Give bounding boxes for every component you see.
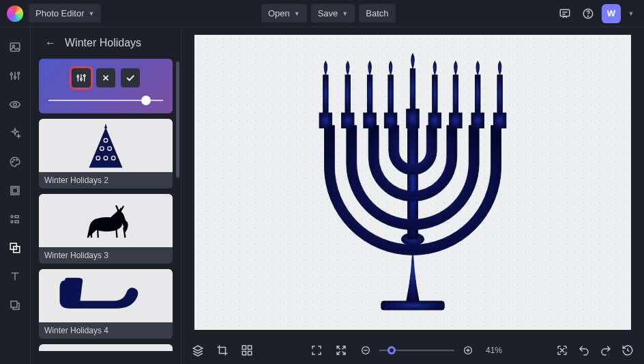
svg-point-22 — [80, 79, 83, 81]
svg-rect-45 — [323, 74, 328, 113]
svg-rect-20 — [11, 301, 17, 307]
svg-rect-41 — [428, 113, 441, 128]
svg-rect-15 — [15, 216, 18, 218]
svg-rect-46 — [345, 74, 350, 113]
scrollbar[interactable] — [176, 61, 179, 178]
active-preset-editor — [39, 59, 173, 113]
app-menu-dropdown[interactable]: Photo Editor ▼ — [29, 4, 101, 23]
svg-point-14 — [11, 216, 13, 218]
save-button[interactable]: Save ▼ — [311, 4, 355, 23]
menorah-artwork — [287, 49, 539, 316]
svg-rect-37 — [341, 113, 353, 128]
elements-icon[interactable] — [5, 209, 25, 229]
slider-thumb[interactable] — [141, 96, 151, 105]
svg-rect-56 — [242, 352, 246, 355]
svg-point-7 — [18, 72, 20, 74]
svg-rect-39 — [384, 113, 397, 128]
svg-point-21 — [77, 76, 79, 78]
preset-thumbnail — [39, 194, 173, 247]
svg-rect-50 — [433, 74, 437, 113]
batch-button[interactable]: Batch — [359, 4, 395, 23]
svg-rect-52 — [475, 74, 480, 113]
fit-screen-icon[interactable] — [307, 341, 326, 360]
layers-icon[interactable] — [5, 295, 25, 316]
svg-rect-40 — [407, 109, 420, 128]
open-button[interactable]: Open ▼ — [261, 4, 307, 23]
preset-label: Winter Holidays 2 — [39, 172, 173, 188]
sparkle-icon[interactable] — [5, 123, 25, 143]
actual-size-icon[interactable] — [332, 341, 351, 360]
svg-rect-55 — [248, 346, 252, 349]
svg-point-9 — [12, 161, 14, 163]
frame-icon[interactable] — [5, 180, 25, 201]
svg-point-32 — [91, 217, 122, 232]
tool-rail — [0, 27, 30, 364]
preset-label: Winter Holidays 4 — [39, 322, 173, 339]
preset-item[interactable]: Winter Holidays 2 — [39, 119, 173, 188]
canvas[interactable] — [194, 35, 631, 330]
panel-title: Winter Holidays — [65, 37, 141, 49]
preset-thumbnail — [39, 119, 173, 172]
crop-icon[interactable] — [213, 341, 232, 360]
zoom-slider[interactable] — [379, 350, 454, 351]
svg-rect-0 — [560, 10, 570, 16]
svg-rect-36 — [319, 113, 332, 128]
layers-toggle-icon[interactable] — [188, 341, 207, 360]
zoom-out-icon[interactable] — [356, 341, 375, 360]
preset-apply-button[interactable] — [121, 68, 140, 87]
chevron-down-icon: ▼ — [342, 10, 348, 17]
adjust-icon[interactable] — [5, 66, 25, 86]
user-menu-chevron[interactable]: ▼ — [625, 4, 637, 23]
bottom-toolbar: 41% — [181, 337, 644, 364]
undo-icon[interactable] — [574, 341, 594, 360]
grid-icon[interactable] — [237, 341, 257, 360]
preset-item[interactable]: Winter Holidays 3 — [39, 194, 173, 264]
preset-thumbnail — [39, 269, 173, 322]
overlays-icon[interactable] — [5, 238, 25, 258]
preset-settings-button[interactable] — [72, 68, 91, 87]
svg-rect-33 — [381, 300, 445, 309]
user-avatar[interactable]: W — [602, 4, 621, 23]
svg-rect-54 — [242, 346, 246, 349]
eye-icon[interactable] — [5, 94, 25, 115]
app-name: Photo Editor — [35, 8, 85, 18]
svg-marker-25 — [104, 124, 107, 128]
palette-icon[interactable] — [5, 152, 25, 172]
zoom-in-icon[interactable] — [458, 341, 478, 360]
zoom-percent: 41% — [486, 346, 502, 355]
svg-rect-3 — [10, 43, 20, 51]
history-icon[interactable] — [618, 341, 637, 360]
app-logo — [7, 5, 23, 22]
preset-cancel-button[interactable] — [96, 68, 115, 87]
feedback-icon[interactable] — [555, 4, 574, 23]
svg-marker-24 — [89, 128, 123, 168]
preset-thumbnail — [39, 344, 173, 351]
text-icon[interactable] — [5, 266, 25, 287]
svg-rect-49 — [410, 68, 415, 109]
svg-rect-53 — [497, 74, 502, 113]
help-icon[interactable] — [579, 4, 598, 23]
preset-intensity-slider[interactable] — [48, 100, 163, 101]
chevron-down-icon: ▼ — [89, 10, 95, 17]
redo-icon[interactable] — [596, 341, 615, 360]
svg-point-23 — [83, 74, 85, 76]
svg-rect-48 — [388, 74, 393, 113]
svg-rect-57 — [248, 352, 252, 355]
svg-point-6 — [14, 76, 16, 79]
zoom-controls: 41% — [356, 341, 502, 360]
svg-rect-42 — [450, 113, 463, 128]
preset-item[interactable]: Winter Holidays 4 — [39, 269, 173, 339]
zoom-slider-thumb[interactable] — [387, 346, 396, 354]
compare-icon[interactable] — [553, 341, 572, 360]
svg-point-2 — [587, 16, 588, 16]
svg-rect-38 — [364, 113, 377, 128]
image-icon[interactable] — [5, 37, 25, 57]
presets-panel: ← Winter Holidays Win — [30, 27, 181, 364]
back-arrow-icon[interactable]: ← — [43, 36, 58, 51]
chevron-down-icon: ▼ — [628, 10, 634, 17]
preset-item[interactable] — [39, 344, 173, 351]
svg-rect-47 — [367, 74, 372, 113]
svg-rect-13 — [12, 188, 18, 193]
svg-point-11 — [16, 159, 18, 160]
svg-rect-44 — [493, 113, 506, 128]
